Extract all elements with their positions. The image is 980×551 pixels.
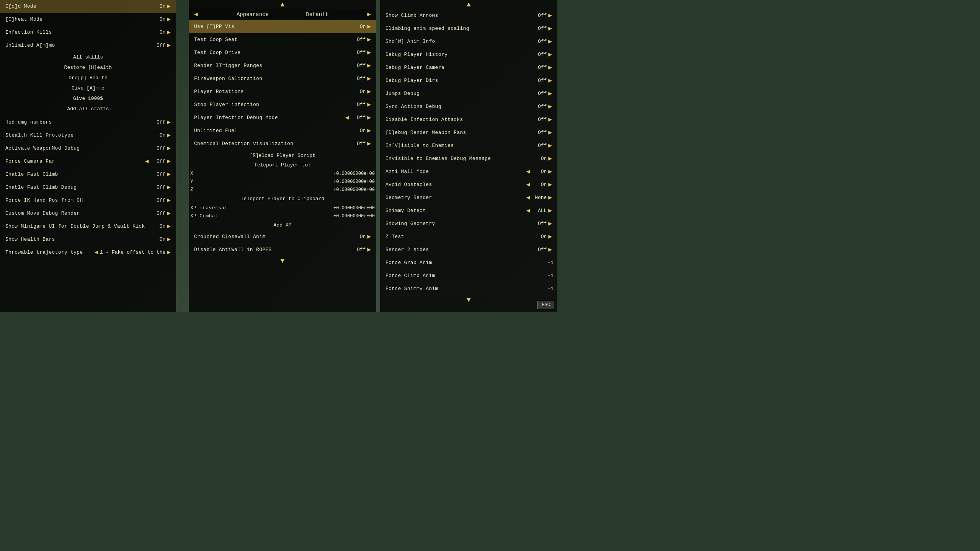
left-arrow[interactable]: ◀ [93,249,100,256]
menu-item[interactable]: Throwable trajectory type◀1 - Fake offse… [0,246,176,259]
menu-item[interactable]: Infection KillsOn▶ [0,26,176,39]
menu-item[interactable]: Test Coop SeatOff▶ [189,33,376,46]
menu-item[interactable]: Debug Player CameraOff▶ [380,61,557,74]
menu-item[interactable]: [D]ebug Render Weapon FansOff▶ [380,126,557,139]
esc-button[interactable]: ESC [537,301,554,309]
menu-item[interactable]: Show Climb ArrowsOff▶ [380,9,557,22]
right-arrow[interactable]: ▶ [366,50,372,56]
right-scroll-down[interactable]: ▼ [380,295,557,305]
mid-header-right-arrow[interactable]: ▶ [366,11,372,18]
menu-item[interactable]: Force IK Hand Pos from CHOff▶ [0,194,176,207]
menu-item[interactable]: Hud dmg numbersOff▶ [0,116,176,129]
right-arrow[interactable]: ▶ [547,169,554,175]
menu-item[interactable]: Render 2 sidesOff▶ [380,243,557,256]
center-menu-item[interactable]: Give [A]mmo [0,83,176,93]
menu-item[interactable]: Disable AntiWall in ROPESOff▶ [189,243,376,256]
center-menu-item[interactable]: Add all crafts [0,104,176,114]
menu-item[interactable]: In[V]isible to EnemiesOff▶ [380,139,557,152]
menu-item[interactable]: Show Health BarsOn▶ [0,233,176,246]
right-arrow[interactable]: ▶ [547,234,554,240]
menu-item[interactable]: FireWeapon CalibrationOff▶ [189,72,376,85]
menu-item[interactable]: Avoid Obstacles◀On▶ [380,178,557,191]
right-arrow[interactable]: ▶ [547,39,554,45]
menu-item[interactable]: Z TestOn▶ [380,230,557,243]
menu-item[interactable]: Sho[W] Anim InfoOff▶ [380,35,557,48]
right-arrow[interactable]: ▶ [547,195,554,201]
menu-item[interactable]: Force Shimmy Anim-1 [380,282,557,295]
right-arrow[interactable]: ▶ [547,65,554,71]
right-arrow[interactable]: ▶ [165,236,172,243]
menu-item[interactable]: Player RotationsOn▶ [189,85,376,98]
left-arrow[interactable]: ◀ [144,158,150,165]
menu-item[interactable]: Enable Fast ClimbOff▶ [0,168,176,181]
right-arrow[interactable]: ▶ [165,210,172,217]
menu-item[interactable]: Geometry Render◀None▶ [380,191,557,204]
right-arrow[interactable]: ▶ [165,42,172,49]
menu-item[interactable]: Force Camera Far◀Off▶ [0,155,176,168]
left-arrow[interactable]: ◀ [525,208,532,214]
mid-scroll-down[interactable]: ▼ [189,256,376,266]
right-arrow[interactable]: ▶ [165,29,172,36]
menu-item[interactable]: Chemical Detection visualizationOff▶ [189,137,376,150]
right-arrow[interactable]: ▶ [366,102,372,108]
menu-item[interactable]: Anti Wall Mode◀On▶ [380,165,557,178]
menu-item[interactable]: Show Minigame UI for Double Jump & Vault… [0,220,176,233]
right-arrow[interactable]: ▶ [165,197,172,204]
menu-item[interactable]: Enable Fast Climb DebugOff▶ [0,181,176,194]
menu-item[interactable]: G[o]d ModeOn▶ [0,0,176,13]
menu-item[interactable]: Sync Actions DebugOff▶ [380,100,557,113]
menu-item[interactable]: Showing GeometryOff▶ [380,217,557,230]
right-arrow[interactable]: ▶ [165,158,172,165]
right-arrow[interactable]: ▶ [165,223,172,230]
right-arrow[interactable]: ▶ [547,156,554,162]
menu-item[interactable]: Render ITrigger RangesOff▶ [189,59,376,72]
menu-item[interactable]: Custom Move Debug RenderOff▶ [0,207,176,220]
menu-item[interactable]: Player Infection Debug Mode◀Off▶ [189,111,376,124]
menu-item[interactable]: Unlimited FuelOn▶ [189,124,376,137]
menu-item[interactable]: Stop Player infectionOff▶ [189,98,376,111]
right-arrow[interactable]: ▶ [366,76,372,82]
left-arrow[interactable]: ◀ [525,169,532,175]
center-menu-item[interactable]: Give 1000$ [0,93,176,104]
right-arrow[interactable]: ▶ [165,184,172,191]
mid-header-left-arrow[interactable]: ◀ [193,11,199,18]
right-arrow[interactable]: ▶ [366,128,372,134]
right-arrow[interactable]: ▶ [547,143,554,149]
right-arrow[interactable]: ▶ [547,117,554,123]
right-arrow[interactable]: ▶ [547,52,554,58]
right-arrow[interactable]: ▶ [366,89,372,95]
right-arrow[interactable]: ▶ [547,104,554,110]
right-arrow[interactable]: ▶ [366,37,372,43]
right-arrow[interactable]: ▶ [165,171,172,178]
right-scroll-up[interactable]: ▲ [380,0,557,9]
right-arrow[interactable]: ▶ [165,249,172,256]
mid-center-item[interactable]: [R]eload Player Script [189,150,376,161]
right-arrow[interactable]: ▶ [366,247,372,253]
right-arrow[interactable]: ▶ [547,208,554,214]
menu-item[interactable]: Test Coop DriveOff▶ [189,46,376,59]
menu-item[interactable]: Unlimited A[m]moOff▶ [0,39,176,52]
menu-item[interactable]: Disable Infection AttacksOff▶ [380,113,557,126]
menu-item[interactable]: Crouched CloseWall AnimOn▶ [189,230,376,243]
right-arrow[interactable]: ▶ [547,26,554,32]
menu-item[interactable]: Debug Player DirsOff▶ [380,74,557,87]
right-arrow[interactable]: ▶ [547,13,554,19]
right-arrow[interactable]: ▶ [547,91,554,97]
add-xp-button[interactable]: Add XP [189,220,376,230]
right-arrow[interactable]: ▶ [366,234,372,240]
menu-item[interactable]: Force Grab Anim-1 [380,256,557,269]
right-arrow[interactable]: ▶ [366,115,372,121]
center-menu-item[interactable]: Dro[p] Health [0,73,176,83]
right-arrow[interactable]: ▶ [366,141,372,147]
menu-item[interactable]: Jumps DebugOff▶ [380,87,557,100]
right-arrow[interactable]: ▶ [165,16,172,23]
clipboard-label[interactable]: Teleport Player to Clipboard [189,194,376,204]
left-arrow[interactable]: ◀ [344,115,351,121]
right-arrow[interactable]: ▶ [547,247,554,253]
right-arrow[interactable]: ▶ [547,221,554,227]
menu-item[interactable]: Invisible to Enemies Debug MessageOn▶ [380,152,557,165]
center-menu-item[interactable]: All skills [0,52,176,62]
right-arrow[interactable]: ▶ [165,119,172,126]
left-arrow[interactable]: ◀ [525,182,532,188]
right-arrow[interactable]: ▶ [366,63,372,69]
